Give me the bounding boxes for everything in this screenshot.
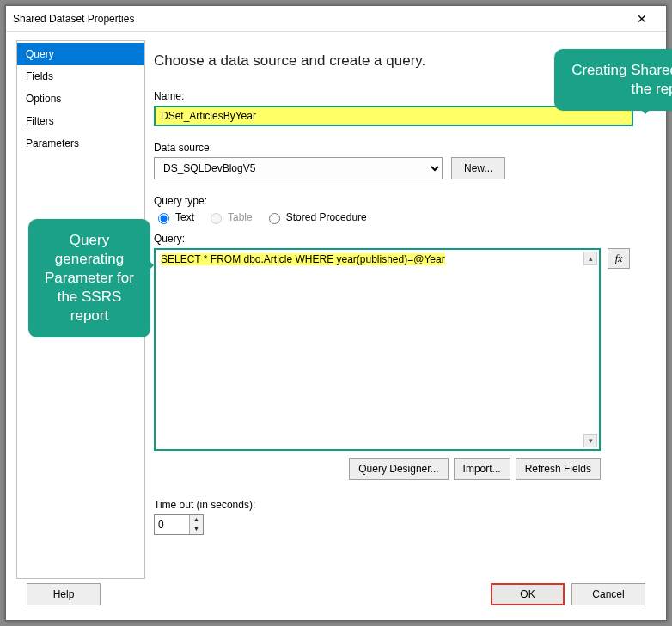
query-type-label: Query type: (154, 195, 652, 207)
spinner-up-icon[interactable]: ▲ (190, 515, 203, 525)
scroll-down-icon[interactable]: ▾ (583, 434, 597, 447)
annotation-callout-top: Creating Shared Dataset for the report (554, 49, 672, 111)
radio-stored-procedure[interactable] (269, 213, 280, 224)
close-button[interactable]: ✕ (625, 7, 659, 31)
query-type-table: Table (206, 210, 253, 224)
query-type-stored-procedure[interactable]: Stored Procedure (265, 210, 367, 224)
timeout-label: Time out (in seconds): (154, 499, 652, 511)
title-bar: Shared Dataset Properties ✕ (6, 6, 666, 32)
window-title: Shared Dataset Properties (13, 13, 625, 25)
refresh-fields-button[interactable]: Refresh Fields (516, 458, 601, 480)
sidebar-item-fields[interactable]: Fields (17, 65, 144, 88)
ok-button[interactable]: OK (491, 583, 565, 605)
expression-button[interactable]: fx (608, 248, 630, 269)
timeout-spinner[interactable]: ▲ ▼ (154, 514, 204, 535)
import-button[interactable]: Import... (454, 458, 510, 480)
dialog-footer: Help OK Cancel (16, 579, 656, 620)
query-textarea[interactable]: SELECT * FROM dbo.Article WHERE year(pub… (154, 248, 601, 451)
query-label: Query: (154, 233, 652, 245)
dialog-window: Shared Dataset Properties ✕ Query Fields… (5, 5, 667, 621)
annotation-callout-left: Query generating Parameter for the SSRS … (28, 219, 150, 337)
scroll-up-icon[interactable]: ▴ (583, 252, 597, 265)
timeout-input[interactable] (155, 515, 189, 534)
radio-table (211, 213, 222, 224)
cancel-button[interactable]: Cancel (571, 583, 645, 605)
sidebar-item-query[interactable]: Query (17, 43, 144, 65)
main-pane: Creating Shared Dataset for the report C… (152, 40, 656, 579)
query-type-text[interactable]: Text (154, 210, 194, 224)
query-button-row: Query Designer... Import... Refresh Fiel… (154, 458, 601, 480)
new-data-source-button[interactable]: New... (451, 157, 505, 179)
sidebar-item-parameters[interactable]: Parameters (17, 132, 144, 155)
data-source-label: Data source: (154, 142, 652, 154)
help-button[interactable]: Help (27, 583, 101, 605)
sidebar-item-filters[interactable]: Filters (17, 110, 144, 132)
radio-text[interactable] (158, 213, 169, 224)
data-source-select[interactable]: DS_SQLDevBlogV5 (154, 157, 443, 179)
query-type-row: Text Table Stored Procedure (154, 210, 652, 224)
sidebar-item-options[interactable]: Options (17, 88, 144, 110)
query-designer-button[interactable]: Query Designer... (349, 458, 448, 480)
spinner-down-icon[interactable]: ▼ (190, 525, 203, 534)
